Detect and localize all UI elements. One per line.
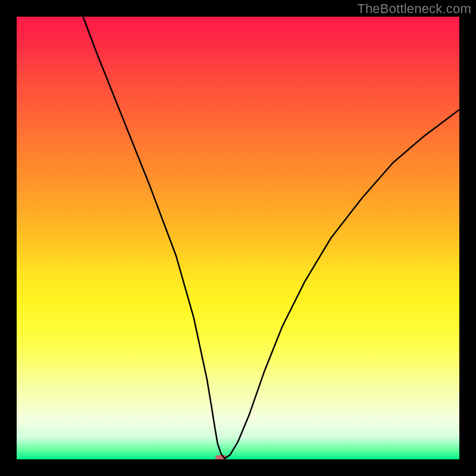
chart-frame: TheBottleneck.com xyxy=(0,0,476,476)
watermark-text: TheBottleneck.com xyxy=(357,1,471,17)
plot-area xyxy=(17,17,459,459)
curve-path xyxy=(83,17,459,459)
bottleneck-curve xyxy=(17,17,459,459)
